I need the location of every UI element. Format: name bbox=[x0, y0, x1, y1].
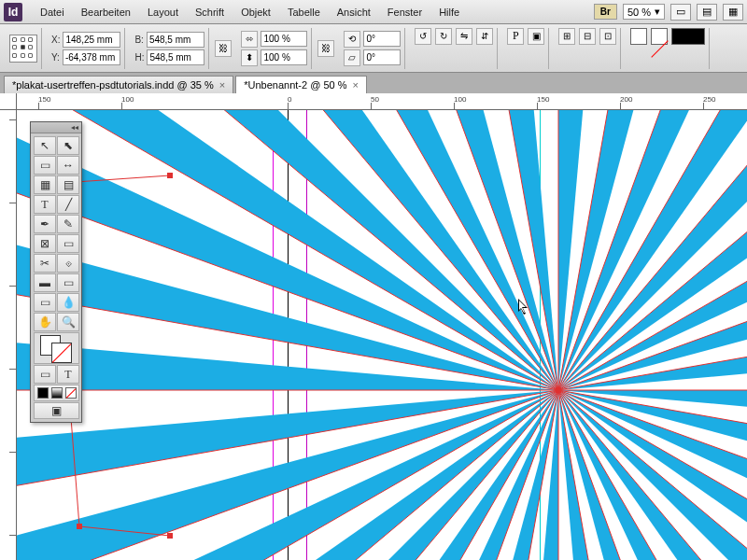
direct-selection-tool[interactable]: ⬉ bbox=[57, 136, 79, 155]
page-tool[interactable]: ▭ bbox=[34, 156, 56, 175]
zoom-tool[interactable]: 🔍 bbox=[57, 313, 79, 331]
horizontal-ruler[interactable]: 150100050100150200250 bbox=[17, 93, 747, 110]
vertical-ruler[interactable] bbox=[0, 110, 17, 560]
document-tabs: *plakat-usertreffen-psdtutorials.indd @ … bbox=[0, 73, 747, 93]
stroke-swatch-wrap[interactable] bbox=[651, 28, 668, 69]
scale-y-input[interactable] bbox=[261, 49, 307, 65]
menu-item-hilfe[interactable]: Hilfe bbox=[430, 3, 468, 21]
paragraph-style-icon[interactable]: P bbox=[507, 28, 524, 45]
flip-v-icon[interactable]: ⇵ bbox=[476, 28, 493, 45]
document-tab[interactable]: *plakat-usertreffen-psdtutorials.indd @ … bbox=[4, 76, 233, 93]
menu-item-ansicht[interactable]: Ansicht bbox=[329, 3, 379, 21]
align-icon-1[interactable]: ⊞ bbox=[558, 28, 575, 45]
scale-x-icon: ⬄ bbox=[241, 31, 258, 48]
stroke-weight[interactable] bbox=[671, 28, 705, 45]
y-input[interactable] bbox=[63, 49, 120, 65]
reference-point-selector[interactable] bbox=[9, 35, 37, 63]
gradient-feather-tool[interactable]: ▭ bbox=[57, 273, 79, 292]
scissors-tool[interactable]: ✂ bbox=[34, 254, 56, 273]
menu-bar: Id DateiBearbeitenLayoutSchriftObjektTab… bbox=[0, 0, 747, 24]
h-label: H: bbox=[134, 52, 144, 63]
control-bar: X: Y: B: H: ⛓ ⬄ ⬍ ⛓ ⟲ ▱ ↺ ↻ ⇋ ⇵ P ▣ ⊞ ⊟ … bbox=[0, 24, 747, 73]
collapse-arrows-icon: ◂◂ bbox=[71, 123, 78, 132]
shear-icon: ▱ bbox=[344, 49, 360, 66]
menu-item-tabelle[interactable]: Tabelle bbox=[279, 3, 329, 21]
workspace: 150100050100150200250 bbox=[0, 93, 747, 560]
type-tool[interactable]: T bbox=[34, 195, 56, 214]
menu-right-cluster: Br 50 %▾ ▭ ▤ ▦ bbox=[594, 4, 743, 21]
gradient-swatch-tool[interactable]: ▬ bbox=[34, 273, 56, 292]
document-tab[interactable]: *Unbenannt-2 @ 50 %× bbox=[235, 76, 367, 93]
hand-tool[interactable]: ✋ bbox=[34, 313, 56, 331]
width-input[interactable] bbox=[147, 32, 204, 48]
menu-item-objekt[interactable]: Objekt bbox=[233, 3, 279, 21]
content-tool-2[interactable]: ▤ bbox=[57, 175, 79, 194]
gap-tool[interactable]: ↔ bbox=[57, 156, 79, 175]
x-input[interactable] bbox=[63, 32, 120, 48]
view-mode-toggle[interactable]: ▣ bbox=[34, 402, 79, 419]
shear-input[interactable] bbox=[363, 49, 401, 65]
selection-tool[interactable]: ↖ bbox=[34, 136, 56, 155]
chevron-down-icon: ▾ bbox=[655, 6, 660, 18]
mouse-cursor bbox=[518, 299, 529, 315]
app-icon: Id bbox=[4, 3, 22, 21]
tools-panel: ◂◂ ↖ ⬉ ▭ ↔ ▦ ▤ T ╱ ✒ ✎ ⊠ ▭ ✂ ⟐ ▬ ▭ ▭ 💧 ✋… bbox=[30, 121, 82, 423]
canvas[interactable] bbox=[17, 110, 747, 560]
pen-tool[interactable]: ✒ bbox=[34, 215, 56, 233]
starburst-artwork[interactable] bbox=[17, 110, 747, 560]
rotate-icon: ⟲ bbox=[344, 31, 360, 48]
constrain-link-icon[interactable]: ⛓ bbox=[215, 40, 232, 57]
bridge-button[interactable]: Br bbox=[594, 4, 617, 20]
reference-point-group bbox=[6, 28, 42, 69]
tab-label: *plakat-usertreffen-psdtutorials.indd @ … bbox=[12, 79, 214, 91]
height-input[interactable] bbox=[147, 49, 204, 65]
arrange-icon[interactable]: ▤ bbox=[697, 4, 717, 21]
wrap-icon[interactable]: ▣ bbox=[528, 28, 544, 45]
note-tool[interactable]: ▭ bbox=[34, 293, 56, 312]
eyedropper-tool[interactable]: 💧 bbox=[57, 293, 79, 312]
w-label: B: bbox=[134, 35, 143, 45]
align-icon-3[interactable]: ⊡ bbox=[599, 28, 616, 45]
rotate-ccw-icon[interactable]: ↺ bbox=[415, 28, 431, 45]
screen-mode-icon[interactable]: ▭ bbox=[670, 4, 691, 21]
y-label: Y: bbox=[51, 52, 60, 63]
menu-item-layout[interactable]: Layout bbox=[139, 3, 187, 21]
menu-item-datei[interactable]: Datei bbox=[32, 3, 73, 21]
flip-h-icon[interactable]: ⇋ bbox=[456, 28, 472, 45]
formatting-container-icon[interactable]: ▭ bbox=[34, 365, 56, 384]
line-tool[interactable]: ╱ bbox=[57, 195, 79, 214]
close-icon[interactable]: × bbox=[353, 79, 359, 91]
rotate-input[interactable] bbox=[363, 31, 401, 47]
scale-x-input[interactable] bbox=[261, 31, 307, 47]
tools-panel-header[interactable]: ◂◂ bbox=[31, 122, 81, 133]
close-icon[interactable]: × bbox=[219, 79, 225, 91]
tab-label: *Unbenannt-2 @ 50 % bbox=[244, 79, 346, 91]
scale-y-icon: ⬍ bbox=[241, 49, 258, 66]
menu-item-fenster[interactable]: Fenster bbox=[379, 3, 430, 21]
constrain-scale-icon[interactable]: ⛓ bbox=[317, 40, 334, 57]
formatting-text-icon[interactable]: T bbox=[57, 365, 79, 384]
x-label: X: bbox=[51, 35, 60, 45]
content-tool-1[interactable]: ▦ bbox=[34, 175, 56, 194]
rectangle-tool[interactable]: ▭ bbox=[57, 234, 79, 253]
menu-item-schrift[interactable]: Schrift bbox=[187, 3, 233, 21]
rectangle-frame-tool[interactable]: ⊠ bbox=[34, 234, 56, 253]
rotate-cw-icon[interactable]: ↻ bbox=[435, 28, 452, 45]
zoom-level-dropdown[interactable]: 50 %▾ bbox=[623, 4, 665, 20]
menu-item-bearbeiten[interactable]: Bearbeiten bbox=[73, 3, 139, 21]
color-mode-row[interactable] bbox=[34, 385, 79, 401]
fill-stroke-proxy[interactable] bbox=[34, 332, 79, 364]
ruler-origin[interactable] bbox=[0, 93, 17, 110]
free-transform-tool[interactable]: ⟐ bbox=[57, 254, 79, 273]
align-icon-2[interactable]: ⊟ bbox=[579, 28, 596, 45]
view-options-icon[interactable]: ▦ bbox=[723, 4, 743, 21]
pencil-tool[interactable]: ✎ bbox=[57, 215, 79, 233]
fill-swatch[interactable] bbox=[630, 28, 647, 45]
zoom-value: 50 % bbox=[627, 7, 651, 18]
